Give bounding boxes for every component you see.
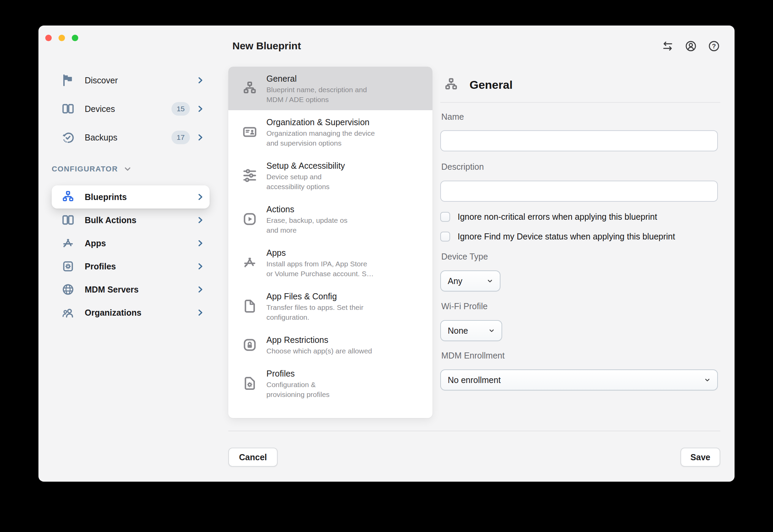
checkbox-label: Ignore non-critical errors when applying… xyxy=(458,212,657,222)
play-icon xyxy=(242,211,258,227)
zoom-window-button[interactable] xyxy=(72,35,78,41)
sidebar-item-profiles[interactable]: Profiles xyxy=(52,255,210,278)
devices-icon xyxy=(61,102,75,116)
window-title: New Blueprint xyxy=(232,38,301,53)
section-item-description: Device setup and accessibility options xyxy=(266,172,345,192)
minimize-window-button[interactable] xyxy=(59,35,65,41)
mdm-enrollment-select[interactable]: No enrollment xyxy=(440,369,718,390)
name-label: Name xyxy=(440,111,720,123)
blueprint-sections-list: General Blueprint name, description and … xyxy=(228,67,432,418)
chevron-right-icon xyxy=(196,262,205,271)
description-input[interactable] xyxy=(440,181,718,202)
mdm-enrollment-label: MDM Enrollment xyxy=(440,349,720,362)
name-input[interactable] xyxy=(440,130,718,151)
general-detail-panel: General Name Description Ignore non-crit… xyxy=(440,77,720,390)
sidebar-item-label: Backups xyxy=(85,133,117,143)
sliders-icon xyxy=(242,168,258,183)
chevron-right-icon xyxy=(196,216,205,225)
section-item-description: Organization managing the device and sup… xyxy=(266,128,375,148)
chevron-right-icon xyxy=(196,308,205,317)
section-item-profiles[interactable]: Profiles Configuration & provisioning pr… xyxy=(228,362,432,405)
help-icon[interactable]: ? xyxy=(708,40,720,52)
section-item-app-restrictions[interactable]: App Restrictions Choose which app(s) are… xyxy=(228,328,432,362)
sidebar-item-bulk-actions[interactable]: Bulk Actions xyxy=(52,209,210,232)
section-item-setup-accessibility[interactable]: Setup & Accessibility Device setup and a… xyxy=(228,154,432,197)
app-store-icon xyxy=(61,236,75,250)
close-window-button[interactable] xyxy=(45,35,52,41)
header-divider xyxy=(440,102,720,103)
flag-icon xyxy=(61,73,75,87)
save-button[interactable]: Save xyxy=(680,448,720,467)
chevron-down-icon xyxy=(488,327,495,334)
svg-text:?: ? xyxy=(712,43,716,50)
sidebar-item-label: Bulk Actions xyxy=(85,215,136,225)
section-item-organization-supervision[interactable]: Organization & Supervision Organization … xyxy=(228,110,432,154)
device-gear-icon xyxy=(61,260,75,273)
chevron-right-icon xyxy=(196,193,205,201)
sidebar-item-label: Discover xyxy=(85,76,118,85)
sidebar-item-label: Blueprints xyxy=(85,192,127,202)
hierarchy-icon xyxy=(242,81,258,96)
id-card-icon xyxy=(242,124,258,140)
section-item-description: Erase, backup, update os and more xyxy=(266,215,347,235)
wifi-profile-select[interactable]: None xyxy=(440,320,502,341)
checkbox-unchecked[interactable] xyxy=(440,232,450,242)
transfer-icon[interactable] xyxy=(661,40,674,52)
app-window: New Blueprint ? xyxy=(38,26,735,482)
backup-clock-icon xyxy=(61,131,75,144)
chevron-down-icon xyxy=(486,277,494,285)
section-item-description: Install apps from IPA, App Store or Volu… xyxy=(266,259,374,279)
sidebar-item-apps[interactable]: Apps xyxy=(52,232,210,255)
chevron-right-icon xyxy=(196,285,205,294)
section-item-actions[interactable]: Actions Erase, backup, update os and mor… xyxy=(228,197,432,241)
sidebar-item-label: Apps xyxy=(85,238,106,248)
chevron-right-icon xyxy=(196,76,205,85)
ignore-find-my-device-checkbox-row[interactable]: Ignore Find my Device status when applyi… xyxy=(440,230,720,243)
wifi-profile-label: Wi-Fi Profile xyxy=(440,300,720,312)
cancel-button[interactable]: Cancel xyxy=(228,448,278,467)
section-item-description: Transfer files to apps. Set their config… xyxy=(266,302,363,322)
chevron-down-icon xyxy=(123,165,132,173)
device-type-select[interactable]: Any xyxy=(440,270,500,292)
titlebar-actions: ? xyxy=(661,40,720,52)
section-item-description: Choose which app(s) are allowed xyxy=(266,346,372,356)
checkbox-label: Ignore Find my Device status when applyi… xyxy=(458,232,675,242)
chevron-right-icon xyxy=(196,239,205,248)
profile-doc-icon xyxy=(242,376,258,391)
sidebar-item-devices[interactable]: Devices 15 xyxy=(52,95,210,123)
sidebar-item-label: Organizations xyxy=(85,308,142,318)
section-item-app-files-config[interactable]: App Files & Config Transfer files to app… xyxy=(228,284,432,328)
ignore-errors-checkbox-row[interactable]: Ignore non-critical errors when applying… xyxy=(440,211,720,223)
traffic-lights xyxy=(45,35,78,41)
footer-divider xyxy=(228,431,720,431)
section-item-general[interactable]: General Blueprint name, description and … xyxy=(228,67,432,110)
sidebar-item-label: Devices xyxy=(85,104,115,114)
configurator-section-header[interactable]: CONFIGURATOR xyxy=(52,162,132,177)
hierarchy-icon xyxy=(444,77,459,92)
section-item-title: Actions xyxy=(266,203,347,215)
sidebar-item-discover[interactable]: Discover xyxy=(52,66,210,95)
lock-icon xyxy=(242,337,258,353)
detail-header: General xyxy=(440,77,720,93)
checkbox-unchecked[interactable] xyxy=(440,212,450,222)
device-type-label: Device Type xyxy=(440,250,720,263)
account-icon[interactable] xyxy=(685,40,697,52)
description-label: Description xyxy=(440,161,720,173)
devices-count-badge: 15 xyxy=(171,102,190,116)
sidebar-item-organizations[interactable]: Organizations xyxy=(52,301,210,324)
app-store-icon xyxy=(242,255,258,270)
sidebar-item-blueprints[interactable]: Blueprints xyxy=(52,185,210,209)
wifi-profile-value: None xyxy=(448,326,468,336)
section-item-apps[interactable]: Apps Install apps from IPA, App Store or… xyxy=(228,241,432,284)
mdm-enrollment-value: No enrollment xyxy=(448,375,501,385)
sidebar-item-label: MDM Servers xyxy=(85,285,138,295)
devices-icon xyxy=(61,213,75,227)
section-item-title: Apps xyxy=(266,247,374,259)
sidebar-item-label: Profiles xyxy=(85,262,116,271)
sidebar-item-backups[interactable]: Backups 17 xyxy=(52,123,210,152)
hierarchy-icon xyxy=(61,190,75,204)
sidebar-item-mdm-servers[interactable]: MDM Servers xyxy=(52,278,210,301)
file-icon xyxy=(242,298,258,314)
chevron-right-icon xyxy=(196,133,205,142)
section-item-title: App Files & Config xyxy=(266,290,363,302)
